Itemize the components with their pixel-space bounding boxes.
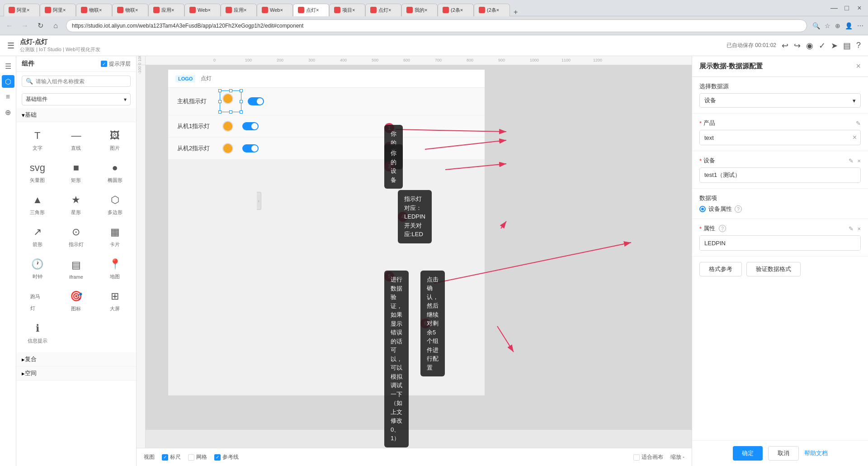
url-bar[interactable]: https://studio.iot.aliyun.com/web/a123Ta… xyxy=(66,19,807,32)
fit-canvas-checkbox[interactable]: 适合画布 xyxy=(633,453,663,461)
confirm-btn[interactable]: 确定 xyxy=(733,446,763,461)
indicator-light-1[interactable] xyxy=(222,121,233,132)
tab-tab5[interactable]: 应用× xyxy=(148,4,184,16)
complex-category-header[interactable]: ▸ 复合 xyxy=(16,352,136,366)
component-item-地图[interactable]: 📍 地图 xyxy=(95,252,134,285)
help-doc-btn[interactable]: 帮助文档 xyxy=(804,446,828,461)
sidebar-icon-layers[interactable]: ≡ xyxy=(2,90,14,103)
device-attr-help-icon[interactable]: ? xyxy=(735,205,742,213)
tab-tab8[interactable]: Web× xyxy=(257,4,293,16)
tab-tab2[interactable]: 阿里× xyxy=(40,4,76,16)
canvas-wrapper[interactable]: LOGO 点灯 主机指示灯 xyxy=(137,65,692,448)
grid-checkbox[interactable]: 网格 xyxy=(188,453,207,461)
zoom-label[interactable]: 缩放 - xyxy=(670,453,684,461)
source-select[interactable]: 设备 ▾ xyxy=(699,93,861,108)
product-edit-icon[interactable]: ✎ xyxy=(856,120,861,127)
tab-tab13[interactable]: (2条× xyxy=(438,4,474,16)
sidebar-icon-canvas[interactable]: ⬡ xyxy=(2,75,14,88)
component-item-图片[interactable]: 🖼 图片 xyxy=(95,124,134,156)
ruler-checkbox[interactable]: ✓ 标尺 xyxy=(162,453,181,461)
right-panel-close-btn[interactable]: × xyxy=(856,62,861,71)
tab-tab11[interactable]: 点灯× xyxy=(365,4,401,16)
sidebar-icon-components[interactable]: ☰ xyxy=(2,60,14,72)
component-item-图标[interactable]: 🎯 图标 xyxy=(57,285,96,317)
handle-bc[interactable] xyxy=(229,110,232,114)
toggle-switch-2[interactable] xyxy=(242,144,259,152)
tab-tab1[interactable]: 阿里× xyxy=(4,4,40,16)
component-item-大屏[interactable]: ⊞ 大屏 xyxy=(95,285,134,317)
menu-icon[interactable]: ☰ xyxy=(7,41,14,51)
indicator-light-selected-wrapper[interactable] xyxy=(222,93,239,109)
component-item-跑马灯[interactable]: 跑马灯 xyxy=(18,285,57,317)
component-item-直线[interactable]: — 直线 xyxy=(57,124,96,156)
tab-tab7[interactable]: 应用× xyxy=(221,4,257,16)
handle-bl[interactable] xyxy=(218,110,222,114)
reload-btn[interactable]: ↻ xyxy=(35,21,45,30)
window-minimize-btn[interactable]: — xyxy=(829,4,839,12)
check-btn[interactable]: ✓ xyxy=(819,41,826,51)
format-ref-btn[interactable]: 格式参考 xyxy=(699,262,742,276)
window-close-btn[interactable]: × xyxy=(854,4,864,12)
component-item-文字[interactable]: T 文字 xyxy=(18,124,57,156)
tab-tab6[interactable]: Web× xyxy=(184,4,221,16)
float-hint-checkbox[interactable]: ✓ 提示浮层 xyxy=(101,60,131,68)
window-maximize-btn[interactable]: □ xyxy=(842,4,852,12)
component-item-矢量图[interactable]: svg 矢量图 xyxy=(18,156,57,188)
canvas-area[interactable]: 0 100 200 300 400 500 600 700 800 900 10… xyxy=(137,56,692,466)
forward-btn[interactable]: → xyxy=(20,22,30,30)
device-clear-icon[interactable]: × xyxy=(857,157,861,164)
guideline-checkbox[interactable]: ✓ 参考线 xyxy=(214,453,239,461)
preview-btn[interactable]: ◉ xyxy=(806,41,813,51)
property-input[interactable] xyxy=(700,236,860,250)
component-item-椭圆形[interactable]: ● 椭圆形 xyxy=(95,156,134,188)
tab-tab9[interactable]: 点灯× xyxy=(293,4,329,16)
toggle-switch-1[interactable] xyxy=(242,122,259,130)
redo-btn[interactable]: ↪ xyxy=(794,41,801,51)
tab-tab14[interactable]: (2条× xyxy=(474,4,510,16)
device-attr-radio[interactable]: 设备属性 ? xyxy=(699,205,742,213)
tab-tab10[interactable]: 项目× xyxy=(329,4,365,16)
property-edit-icon[interactable]: ✎ xyxy=(849,225,854,232)
component-item-矩形[interactable]: ■ 矩形 xyxy=(57,156,96,188)
device-edit-icon[interactable]: ✎ xyxy=(849,157,854,164)
basic-category-header[interactable]: ▾ 基础 xyxy=(16,108,136,122)
handle-br[interactable] xyxy=(240,110,243,114)
space-category-header[interactable]: ▸ 空间 xyxy=(16,366,136,380)
handle-ml[interactable] xyxy=(218,100,222,103)
undo-btn[interactable]: ↩ xyxy=(782,41,788,51)
tab-tab12[interactable]: 我的× xyxy=(401,4,438,16)
new-tab-btn[interactable]: + xyxy=(510,8,521,16)
product-input[interactable] xyxy=(700,130,849,145)
category-dropdown[interactable]: 基础组件 ▾ xyxy=(22,93,131,105)
component-item-时钟[interactable]: 🕐 时钟 xyxy=(18,252,57,285)
component-search-input[interactable] xyxy=(36,78,127,85)
home-btn[interactable]: ⌂ xyxy=(51,22,61,30)
component-item-指示灯[interactable]: ⊙ 指示灯 xyxy=(57,220,96,252)
component-item-iframe[interactable]: ▤ iframe xyxy=(57,252,96,285)
publish-btn[interactable]: ➤ xyxy=(831,41,838,51)
sidebar-icon-settings[interactable]: ⊕ xyxy=(2,106,14,119)
layout-btn[interactable]: ▤ xyxy=(843,41,851,51)
tab-tab3[interactable]: 物联× xyxy=(76,4,112,16)
tab-tab4[interactable]: 物联× xyxy=(112,4,148,16)
property-clear-icon[interactable]: × xyxy=(857,225,861,232)
handle-tl[interactable] xyxy=(218,89,222,92)
component-item-卡片[interactable]: ▦ 卡片 xyxy=(95,220,134,252)
component-item-星形[interactable]: ★ 星形 xyxy=(57,188,96,220)
product-clear-icon[interactable]: × xyxy=(853,133,857,142)
panel-expand-handle[interactable]: ‹ xyxy=(257,192,261,210)
back-btn[interactable]: ← xyxy=(5,22,14,30)
component-item-三角形[interactable]: ▲ 三角形 xyxy=(18,188,57,220)
cancel-btn[interactable]: 取消 xyxy=(768,446,799,461)
property-help-icon[interactable]: ? xyxy=(719,225,726,232)
component-item-多边形[interactable]: ⬡ 多边形 xyxy=(95,188,134,220)
component-item-箭形[interactable]: ↗ 箭形 xyxy=(18,220,57,252)
toggle-switch-0[interactable] xyxy=(248,97,264,105)
handle-mr[interactable] xyxy=(240,100,243,103)
indicator-light-0[interactable] xyxy=(222,93,233,104)
help-btn[interactable]: ? xyxy=(856,41,861,50)
device-input[interactable] xyxy=(700,168,860,182)
handle-tc[interactable] xyxy=(229,89,232,92)
indicator-light-2[interactable] xyxy=(222,143,233,154)
handle-tr[interactable] xyxy=(240,89,243,92)
